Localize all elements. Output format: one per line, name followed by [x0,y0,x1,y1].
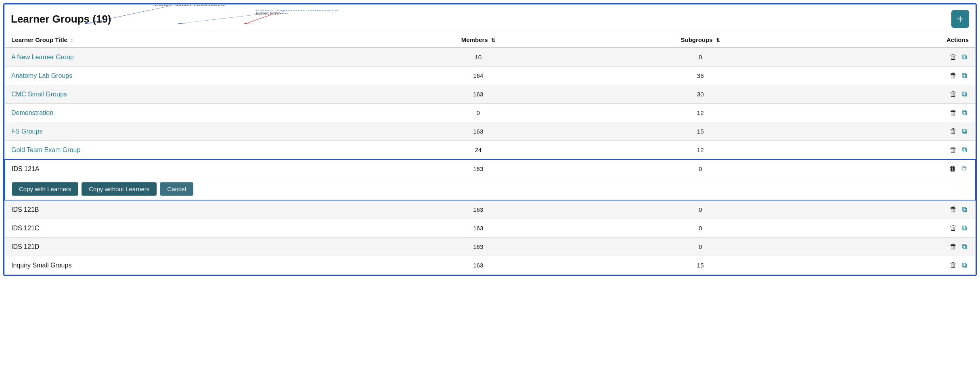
delete-button[interactable]: 🗑 [948,205,959,215]
table-row: Inquiry Small Groups 163 15 🗑 ⧉ [5,256,975,275]
members-value: 163 [373,256,583,275]
table-row-expanded: IDS 121A 163 0 🗑 ⧉ [5,159,975,178]
group-name[interactable]: FS Groups [11,128,42,135]
group-name[interactable]: Inquiry Small Groups [11,262,71,269]
col-header-actions: Actions [817,32,975,48]
annotations-svg: copy with learners copy without learners… [4,4,976,32]
subgroups-value: 0 [583,238,817,256]
svg-text:action: action [255,14,279,15]
table-row: IDS 121D 163 0 🗑 ⧉ [5,238,975,256]
delete-button[interactable]: 🗑 [948,89,959,99]
actions-cell: 🗑 ⧉ [817,256,975,275]
delete-button[interactable]: 🗑 [948,108,959,118]
group-name[interactable]: IDS 121C [11,225,39,232]
members-value: 0 [373,104,583,122]
learner-groups-container: Learner Groups (19) copy with learners c… [3,3,977,276]
actions-cell: 🗑 ⧉ [817,200,975,219]
table-header-row: Learner Group Title ↕ Members ⇅ Subgroup… [5,32,975,48]
table-row: FS Groups 163 15 🗑 ⧉ [5,122,975,141]
delete-button[interactable]: 🗑 [948,145,959,155]
actions-cell: 🗑 ⧉ [817,219,975,238]
delete-button[interactable]: 🗑 [948,126,959,136]
table-row: Anatomy Lab Groups 164 38 🗑 ⧉ [5,67,975,85]
table-row: Demonstration 0 12 🗑 ⧉ [5,104,975,122]
group-name[interactable]: CMC Small Groups [11,91,67,98]
group-name[interactable]: Gold Team Exam Group [11,146,80,153]
group-name[interactable]: A New Learner Group [11,54,74,61]
add-learner-group-button[interactable]: + [951,10,969,28]
sort-icon-title[interactable]: ↕ [71,38,73,43]
group-name[interactable]: Anatomy Lab Groups [11,72,72,79]
actions-cell: 🗑 ⧉ [817,67,975,85]
svg-text:cancel: cancel [255,13,281,13]
col-header-subgroups: Subgroups ⇅ [583,32,817,48]
subgroups-value: 15 [583,256,817,275]
svg-line-7 [245,15,271,23]
copy-button[interactable]: ⧉ [960,223,969,233]
actions-cell: 🗑 ⧉ [817,85,975,104]
subgroups-value: 0 [583,48,817,67]
svg-text:the copy: the copy [255,13,289,14]
members-value: 163 [373,219,583,238]
copy-button[interactable]: ⧉ [960,242,969,252]
members-value: 163 [373,159,583,178]
copy-button[interactable]: ⧉ [960,108,969,118]
table-row: IDS 121C 163 0 🗑 ⧉ [5,219,975,238]
subgroups-value: 0 [583,159,817,178]
copy-button[interactable]: ⧉ [960,126,969,136]
table-row: IDS 121B 163 0 🗑 ⧉ [5,200,975,219]
copy-button[interactable]: ⧉ [960,52,969,62]
group-name[interactable]: Demonstration [11,109,53,116]
copy-button[interactable]: ⧉ [960,205,969,215]
subgroups-value: 30 [583,85,817,104]
actions-cell: 🗑 ⧉ [817,122,975,141]
svg-line-3 [178,11,288,23]
sort-icon-subgroups[interactable]: ⇅ [716,38,720,43]
copy-actions-cell: Copy with Learners Copy without Learners… [5,178,975,200]
subgroups-value: 12 [583,141,817,160]
copy-buttons-group: Copy with Learners Copy without Learners… [12,182,968,196]
members-value: 163 [373,238,583,256]
cancel-copy-button[interactable]: Cancel [160,182,193,196]
delete-button[interactable]: 🗑 [948,164,958,174]
members-value: 10 [373,48,583,67]
actions-cell: 🗑 ⧉ [817,104,975,122]
subgroups-value: 12 [583,104,817,122]
page-header: Learner Groups (19) copy with learners c… [4,4,976,32]
members-value: 164 [373,67,583,85]
plus-icon: + [957,13,963,25]
page-wrapper: Learner Groups (19) copy with learners c… [3,3,977,276]
group-name[interactable]: IDS 121D [11,243,39,250]
delete-button[interactable]: 🗑 [948,242,959,252]
subgroups-value: 0 [583,219,817,238]
copy-button[interactable]: ⧉ [960,71,969,81]
copy-button[interactable]: ⧉ [960,145,969,155]
page-title: Learner Groups (19) [11,13,111,25]
svg-text:copy with learners: copy with learners [154,5,225,6]
members-value: 163 [373,200,583,219]
members-value: 163 [373,122,583,141]
col-header-title: Learner Group Title ↕ [5,32,373,48]
actions-cell: 🗑 ⧉ [817,159,975,178]
subgroups-value: 38 [583,67,817,85]
actions-cell: 🗑 ⧉ [817,141,975,160]
members-value: 24 [373,141,583,160]
copy-without-learners-button[interactable]: Copy without Learners [82,182,157,196]
actions-cell: 🗑 ⧉ [817,238,975,256]
members-value: 163 [373,85,583,104]
delete-button[interactable]: 🗑 [948,223,959,233]
col-header-members: Members ⇅ [373,32,583,48]
copy-button[interactable]: ⧉ [960,260,969,270]
delete-button[interactable]: 🗑 [948,260,959,270]
table-row: Gold Team Exam Group 24 12 🗑 ⧉ [5,141,975,160]
delete-button[interactable]: 🗑 [948,71,959,81]
group-name[interactable]: IDS 121A [12,165,39,172]
actions-cell: 🗑 ⧉ [817,48,975,67]
copy-button[interactable]: ⧉ [960,164,968,174]
svg-text:copy without learners: copy without learners [255,10,339,11]
delete-button[interactable]: 🗑 [948,52,959,62]
sort-icon-members[interactable]: ⇅ [491,38,495,43]
copy-with-learners-button[interactable]: Copy with Learners [12,182,78,196]
copy-button[interactable]: ⧉ [960,89,969,99]
group-name[interactable]: IDS 121B [11,206,39,213]
